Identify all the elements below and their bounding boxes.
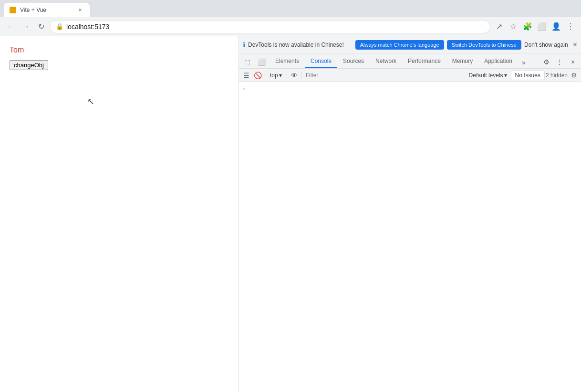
notification-close-icon[interactable]: ×	[573, 41, 577, 49]
console-prompt-row: ›	[239, 84, 581, 93]
tab-sources[interactable]: Sources	[337, 55, 370, 68]
levels-dropdown-icon: ▾	[504, 72, 507, 79]
devtools-tabs-bar: ⬚ ⬜ Elements Console Sources Network	[239, 53, 581, 69]
devtools-right-buttons: ⚙ ⋮ ×	[538, 56, 581, 68]
tab-close-icon[interactable]: ×	[76, 6, 84, 14]
active-tab[interactable]: Vite + Vue ×	[4, 3, 90, 17]
devtools-close-icon[interactable]: ×	[567, 56, 579, 68]
console-filter-input[interactable]	[304, 70, 465, 81]
match-language-button[interactable]: Always match Chrome's language	[355, 40, 444, 50]
reload-button[interactable]: ↻	[34, 20, 48, 33]
toolbar-divider-3	[301, 72, 302, 79]
tab-console[interactable]: Console	[305, 55, 337, 68]
page-content: Tom changeObj ↖	[0, 36, 239, 392]
more-button[interactable]: ⋮	[564, 20, 577, 33]
page-name-text: Tom	[10, 46, 229, 54]
devtools-tab-icons: ⬚ ⬜	[239, 56, 270, 68]
main-area: Tom changeObj ↖ ℹ DevTools is now availa…	[0, 36, 581, 392]
url-text: localhost:5173	[66, 23, 109, 31]
console-eye-icon[interactable]: 👁	[289, 70, 300, 81]
console-context-selector[interactable]: top ▾	[267, 71, 285, 80]
forward-button[interactable]: →	[19, 20, 32, 33]
tab-memory[interactable]: Memory	[446, 55, 478, 68]
tab-title: Vite + Vue	[20, 7, 73, 13]
browser-toolbar: ← → ↻ 🔒 localhost:5173 ↗ ☆ 🧩 ⬜ 👤 ⋮	[0, 17, 581, 36]
console-clear-icon[interactable]: 🚫	[252, 70, 263, 81]
mouse-cursor: ↖	[87, 96, 94, 107]
console-body: ›	[239, 82, 581, 392]
console-levels-button[interactable]: Default levels ▾	[466, 71, 510, 80]
bookmark-button[interactable]: ☆	[507, 20, 520, 33]
toolbar-actions: ↗ ☆ 🧩 ⬜ 👤 ⋮	[492, 20, 577, 33]
console-sidebar-icon[interactable]: ☰	[241, 70, 251, 81]
hidden-count: 2 hidden	[546, 72, 568, 79]
address-bar[interactable]: 🔒 localhost:5173	[50, 20, 490, 33]
inspect-element-icon[interactable]: ⬚	[241, 56, 253, 68]
toolbar-divider	[265, 72, 265, 79]
tab-network[interactable]: Network	[370, 55, 402, 68]
devtools-panel: ℹ DevTools is now available in Chinese! …	[239, 36, 581, 392]
share-button[interactable]: ↗	[492, 20, 506, 33]
switch-devtools-button[interactable]: Switch DevTools to Chinese	[447, 40, 521, 50]
info-icon: ℹ	[243, 41, 245, 49]
extensions-button[interactable]: 🧩	[521, 20, 534, 33]
tab-application[interactable]: Application	[478, 55, 518, 68]
tab-bar: Vite + Vue ×	[0, 0, 581, 17]
tab-favicon	[10, 7, 16, 13]
toolbar-divider-2	[287, 72, 287, 79]
split-button[interactable]: ⬜	[535, 20, 549, 33]
console-toolbar: ☰ 🚫 top ▾ 👁 Default levels ▾ No Issues 2…	[239, 69, 581, 82]
tab-elements[interactable]: Elements	[270, 55, 305, 68]
change-obj-button[interactable]: changeObj	[10, 60, 48, 70]
lock-icon: 🔒	[56, 23, 63, 30]
notification-text: DevTools is now available in Chinese!	[248, 41, 353, 48]
devtools-tabs: Elements Console Sources Network Perform…	[270, 55, 538, 68]
console-settings-icon[interactable]: ⚙	[569, 70, 579, 81]
devtools-notification-bar: ℹ DevTools is now available in Chinese! …	[239, 36, 581, 53]
back-button[interactable]: ←	[4, 20, 17, 33]
context-dropdown-icon: ▾	[279, 72, 282, 79]
devtools-more-icon[interactable]: ⋮	[553, 56, 566, 68]
dont-show-again-link[interactable]: Don't show again	[524, 41, 568, 48]
profile-button[interactable]: 👤	[550, 20, 563, 33]
console-expand-arrow[interactable]: ›	[243, 85, 245, 92]
tab-performance[interactable]: Performance	[402, 55, 446, 68]
more-tabs-button[interactable]: »	[518, 57, 529, 68]
devtools-settings-icon[interactable]: ⚙	[540, 56, 552, 68]
device-toolbar-icon[interactable]: ⬜	[255, 56, 268, 68]
no-issues-badge: No Issues	[511, 71, 545, 80]
